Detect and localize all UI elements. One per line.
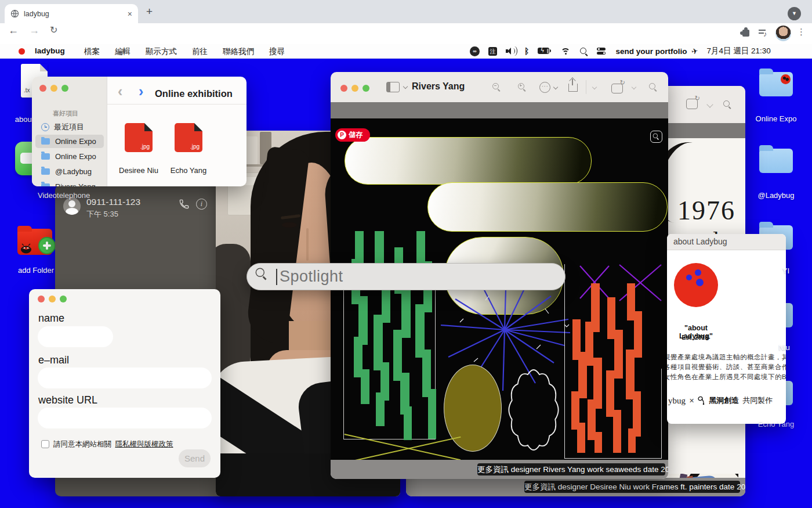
- sidebar-item-recents[interactable]: 最近項目: [37, 121, 104, 134]
- folder-label-at-ladybug[interactable]: @Ladybug: [752, 191, 800, 200]
- call-time: 下午 5:35: [86, 209, 118, 219]
- extensions-puzzle-icon[interactable]: [742, 30, 749, 37]
- file-name: Echo Yang: [166, 166, 211, 175]
- name-input[interactable]: [38, 326, 113, 347]
- fullscreen-button[interactable]: [60, 296, 67, 302]
- sidebar-item-at-ladybug[interactable]: @Ladybug: [37, 165, 104, 178]
- media-playlist-icon[interactable]: ♪: [759, 28, 768, 38]
- rotate-icon[interactable]: ↻: [611, 84, 623, 93]
- desktop-icon-add-folder[interactable]: [17, 224, 53, 261]
- browser-tab[interactable]: ladybug ×: [5, 4, 138, 23]
- chevron-down-icon[interactable]: [403, 84, 408, 89]
- finder-title: Online exhibition: [155, 88, 233, 99]
- info-icon[interactable]: i: [196, 199, 207, 210]
- menu-item-search[interactable]: 搜尋: [269, 46, 285, 57]
- zoom-out-icon[interactable]: [492, 82, 501, 92]
- white-divider-line: [564, 264, 565, 459]
- send-button[interactable]: Send: [179, 449, 211, 467]
- reload-button[interactable]: ↻: [50, 24, 57, 35]
- artwork-word-1976: 1976: [677, 195, 735, 226]
- menu-item-contact[interactable]: 聯絡我們: [223, 46, 254, 57]
- tab-close-icon[interactable]: ×: [128, 9, 132, 19]
- add-folder-label[interactable]: add Folder: [16, 266, 56, 275]
- minimize-button[interactable]: [49, 296, 56, 302]
- file-echo[interactable]: .jpg Echo Yang: [166, 123, 211, 176]
- search-icon[interactable]: [579, 47, 588, 56]
- close-button[interactable]: [38, 296, 45, 302]
- send-portfolio-link[interactable]: send your portfolio ✈: [615, 46, 698, 56]
- forward-button[interactable]: →: [29, 24, 39, 37]
- ime-icon[interactable]: 注: [488, 47, 497, 56]
- spotlight-bar[interactable]: [246, 263, 566, 290]
- pinterest-logo-icon: P: [338, 131, 346, 139]
- orange-seaweed: [571, 283, 644, 453]
- clock-icon: [41, 123, 49, 131]
- ladybug-icon: [19, 243, 33, 254]
- zoom-in-icon[interactable]: [517, 82, 527, 92]
- bluetooth-icon[interactable]: ᛒ: [524, 46, 529, 56]
- menu-item-go[interactable]: 前往: [192, 46, 208, 57]
- wifi-icon[interactable]: [560, 48, 571, 55]
- creative-cloud-icon[interactable]: ∞: [470, 46, 480, 56]
- battery-icon[interactable]: ϟ: [538, 48, 552, 55]
- more-options-icon[interactable]: ···: [539, 82, 550, 93]
- preview-search-icon[interactable]: [723, 100, 732, 109]
- ladybug-dot-icon: [781, 74, 791, 84]
- menubar-app-name[interactable]: ladybug: [35, 46, 65, 55]
- folder-label-echo-yang[interactable]: Echo Yang: [751, 420, 802, 428]
- back-button[interactable]: ←: [8, 24, 19, 37]
- folder-label-yi[interactable]: YI: [777, 266, 795, 275]
- minimize-button[interactable]: [351, 85, 358, 92]
- chevron-down-icon[interactable]: [706, 101, 713, 107]
- agree-checkbox[interactable]: [41, 440, 49, 448]
- chevron-down-icon[interactable]: [592, 85, 597, 89]
- email-input[interactable]: [38, 368, 212, 388]
- menu-item-view[interactable]: 顯示方式: [146, 46, 177, 57]
- nav-back-icon[interactable]: ‹: [118, 83, 122, 100]
- apple-dot-icon[interactable]: [19, 48, 25, 55]
- about-header[interactable]: about Ladybug: [667, 234, 786, 250]
- close-button[interactable]: [39, 85, 46, 92]
- preview-search-icon[interactable]: [648, 82, 658, 92]
- spotlight-input[interactable]: [278, 267, 565, 286]
- folder-label-niu[interactable]: Niu: [774, 343, 795, 352]
- blackhole-spoon-icon: [698, 396, 705, 405]
- new-tab-button[interactable]: +: [146, 5, 153, 18]
- credit-brand[interactable]: 黑洞創造: [709, 395, 739, 406]
- desktop-folder-at-ladybug[interactable]: [759, 149, 793, 173]
- rotate-icon[interactable]: ↻: [686, 99, 698, 109]
- desktop-folder-online-expo[interactable]: [759, 72, 793, 96]
- chevron-down-icon[interactable]: [553, 85, 558, 89]
- profile-avatar[interactable]: [775, 26, 791, 41]
- fullscreen-button[interactable]: [362, 85, 369, 92]
- chevron-down-icon[interactable]: [632, 85, 636, 89]
- minimize-button[interactable]: [50, 85, 57, 92]
- fullscreen-button[interactable]: [61, 85, 68, 92]
- videotelephone-label[interactable]: Videotelephone: [6, 191, 104, 200]
- sidebar-toggle-icon[interactable]: [386, 82, 400, 92]
- sidebar-item-online-expo-selected[interactable]: Online Expo: [35, 135, 104, 148]
- sidebar-item-rivers-yang[interactable]: Rivers Yang: [37, 180, 104, 186]
- volume-icon[interactable]: [506, 47, 516, 55]
- file-desiree[interactable]: .jpg Desiree Niu: [117, 123, 161, 176]
- rivers-titlebar: Rivers Yang ··· ↻: [331, 72, 668, 102]
- tab-search-button[interactable]: ▼: [788, 7, 801, 20]
- website-url-input[interactable]: [38, 408, 212, 428]
- sidebar-section-label: 喜好項目: [53, 109, 78, 118]
- menubar-datetime[interactable]: 7月4日 週日 21:30: [706, 46, 770, 56]
- control-center-icon[interactable]: [597, 48, 607, 55]
- menu-item-edit[interactable]: 編輯: [115, 46, 130, 57]
- nav-forward-icon[interactable]: ›: [139, 83, 143, 100]
- folder-label-online-expo[interactable]: Online Expo: [752, 114, 800, 123]
- policy-link[interactable]: 隱私權與版權政策: [115, 440, 173, 448]
- finder-window: 喜好項目 最近項目 Online Expo Online Expo @Ladyb…: [32, 77, 246, 186]
- rivers-letterbox: [331, 102, 668, 118]
- menu-item-file[interactable]: 檔案: [84, 46, 100, 57]
- visual-lookup-icon[interactable]: [650, 131, 662, 143]
- browser-menu-icon[interactable]: ⋮: [797, 27, 806, 37]
- phone-icon[interactable]: [179, 199, 190, 210]
- pinterest-save-button[interactable]: P 儲存: [335, 128, 370, 142]
- close-button[interactable]: [340, 85, 347, 92]
- sidebar-item-online-expo-2[interactable]: Online Expo: [37, 150, 104, 163]
- share-icon[interactable]: [568, 84, 578, 92]
